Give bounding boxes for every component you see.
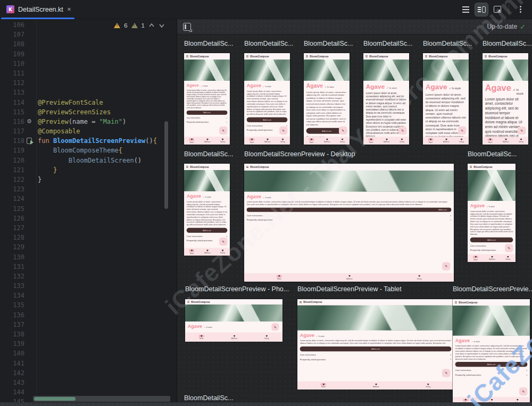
faq-row: Frequently asked questions∨ (455, 372, 528, 376)
preview-toolbar: Up-to-date ✓ (177, 19, 532, 35)
preview-card[interactable]: BloomDetailSc... BloomCompose Agave ✓In … (184, 150, 233, 256)
preview-card[interactable]: BloomDetailScreenPreview - Pho... BloomC… (185, 285, 289, 342)
code-line: 143 (0, 378, 177, 387)
editor-tab-bar: K DetailScreen.kt ✕ (0, 0, 532, 19)
plant-hero-image (244, 60, 290, 81)
device-app-title: BloomCompose (250, 55, 269, 57)
line-number: 126 (0, 214, 24, 223)
preview-settings-gutter-icon[interactable]: ⚙ (27, 117, 32, 126)
close-tab-icon[interactable]: ✕ (67, 6, 71, 12)
code-line: 139 (0, 339, 177, 349)
edit-fab: ✎ (219, 238, 227, 246)
device-app-title: BloomCompose (250, 166, 269, 168)
code-line: 130 (0, 252, 177, 262)
line-number: 116 (0, 117, 24, 126)
pencil-icon: ✎ (282, 129, 285, 132)
menu-icon (246, 167, 248, 167)
preview-label: BloomDetailSc... (304, 40, 353, 50)
device-app-title: BloomCompose (488, 55, 507, 57)
product-description: Lorem ipsum dolor sit amet, consectetur … (455, 345, 528, 360)
preview-card[interactable]: BloomDetailSc... BloomCompose Agave ✓In … (363, 40, 412, 145)
preview-card[interactable]: BloomDetailSc... BloomCompose Agave ✓In … (468, 150, 517, 262)
preview-label: BloomDetailSc... (244, 40, 293, 50)
preview-card[interactable]: BloomDetailScreenPreview - Tablet BloomC… (297, 285, 454, 390)
preview-card[interactable]: BloomDetailSc... BloomCompose Agave ✓In … (483, 40, 531, 145)
line-number: 136 (0, 310, 24, 320)
preview-card[interactable]: BloomDetailSc... BloomCompose Agave ✓In … (184, 40, 233, 145)
care-instructions-row: Care instructions∨ (247, 213, 452, 217)
design-view-button[interactable] (491, 3, 504, 16)
check-icon: ✓ (520, 23, 526, 31)
edit-fab: ✎ (519, 387, 527, 395)
stock-label: In stock (205, 196, 211, 198)
preview-card[interactable]: BloomDetailSc... BloomCompose Agave ✓In … (423, 40, 472, 145)
pencil-icon: ✎ (445, 371, 447, 375)
heart-icon: ♥ (427, 383, 429, 386)
menu-icon (365, 56, 368, 57)
nav-item-myplants: ♥MyPlants (346, 275, 353, 280)
tab-detailscreen[interactable]: K DetailScreen.kt ✕ (0, 0, 78, 19)
care-label: Care instructions (187, 235, 203, 238)
scrollbar-thumb[interactable] (34, 397, 76, 401)
stock-badge: ✓In stock (513, 88, 526, 95)
prev-warning-icon[interactable] (148, 22, 155, 29)
line-number: 123 (0, 184, 24, 194)
split-view-button[interactable] (475, 3, 488, 16)
run-preview-gutter-icon[interactable] (27, 138, 32, 144)
line-number: 107 (0, 30, 24, 39)
nav-item-home: ♥Home (189, 249, 195, 254)
nav-item-myplants: ♥MyPlants (264, 138, 271, 143)
more-options-button[interactable] (514, 3, 527, 16)
code-view-button[interactable] (459, 3, 472, 16)
faq-label: Frequently asked questions (187, 121, 209, 123)
edit-fab: ✎ (279, 126, 287, 134)
preview-card[interactable]: BloomDetailScreenPrevie... BloomCompose … (453, 285, 532, 405)
line-number: 129 (0, 242, 24, 252)
preview-card[interactable]: BloomDetailScreenPreview - Desktop Bloom… (244, 150, 454, 282)
device-app-title: BloomCompose (303, 301, 322, 303)
editor-vertical-scrollbar[interactable] (164, 121, 168, 209)
nav-item-myplants: ♥MyPlants (503, 138, 509, 143)
device-mock: BloomCompose Agave ✓In stock Lorem ipsum… (244, 53, 290, 145)
device-bottom-nav: ♥Home ♥MyPlants ♥Setting (244, 273, 454, 282)
code-editor[interactable]: 6 1 106107108109110111112113114@PreviewF… (0, 19, 177, 406)
line-number: 106 (0, 20, 24, 30)
code-line: 115@PreviewScreenSizes (0, 107, 177, 117)
add-to-cart-label: Add to cart (203, 112, 210, 113)
preview-card[interactable]: BloomDetailSc... BloomCompose Agave ✓In … (244, 40, 293, 145)
check-icon: ✓ (387, 87, 389, 89)
device-content: Agave ✓In stock Lorem ipsum dolor sit am… (184, 81, 230, 123)
design-view-icon (494, 6, 501, 13)
device-app-bar: BloomCompose (304, 53, 350, 60)
ui-check-button[interactable] (180, 20, 193, 33)
heart-icon: ♥ (491, 399, 493, 402)
line-number: 141 (0, 359, 24, 368)
preview-status: Up-to-date ✓ (487, 23, 526, 31)
preview-render: BloomCompose Agave ✓In stock Lorem ipsum… (363, 53, 409, 145)
preview-card[interactable]: BloomDetailSc... BloomCompose Agave ✓In … (304, 40, 353, 145)
device-content: Agave ✓In stock Lorem ipsum dolor sit am… (363, 81, 409, 145)
add-to-cart-button: Add to cart (187, 111, 228, 115)
product-name: Agave (187, 193, 202, 199)
edit-fab: ✎ (458, 126, 466, 134)
tab-title: DetailScreen.kt (18, 6, 63, 13)
heart-icon: ♥ (445, 138, 447, 141)
device-app-bar: BloomCompose (185, 299, 282, 304)
stock-label: In stock (489, 206, 495, 208)
product-name: Agave (306, 83, 323, 89)
edit-fab: ✎ (442, 262, 450, 270)
product-description: Lorem ipsum dolor sit amet, consectetur … (247, 90, 288, 115)
device-content: Agave ✓In stock Lorem ipsum dolor sit am… (244, 81, 290, 132)
inspections-widget[interactable]: 6 1 (114, 22, 165, 29)
product-name: Agave (247, 194, 262, 199)
heart-icon: ♥ (505, 138, 507, 141)
device-bottom-nav: ♥Home ♥MyPlants ♥Setting (483, 137, 528, 145)
line-number: 108 (0, 39, 24, 49)
edit-fab: ✎ (518, 126, 526, 134)
product-description: Lorem ipsum dolor sit amet, consectetur … (247, 201, 452, 206)
preview-canvas[interactable]: BloomDetailSc... BloomCompose Agave ✓In … (177, 35, 532, 406)
code-line: 136 (0, 310, 177, 320)
nav-item-home: ♥Home (487, 138, 493, 143)
editor-horizontal-scrollbar[interactable] (33, 396, 170, 402)
next-warning-icon[interactable] (159, 22, 165, 29)
